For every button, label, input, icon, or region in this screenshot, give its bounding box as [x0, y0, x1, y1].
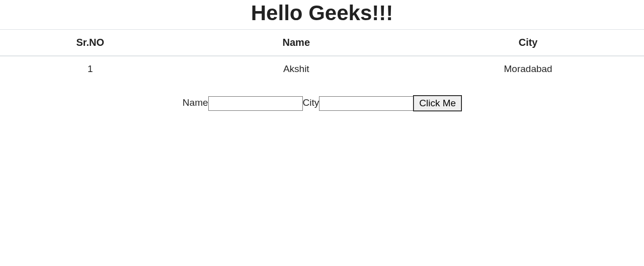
form-row: NameCityClick Me [0, 96, 644, 111]
name-field[interactable] [208, 96, 303, 111]
table-header-city: City [412, 30, 644, 56]
page-title: Hello Geeks!!! [0, 0, 644, 29]
cell-city: Moradabad [412, 56, 644, 82]
click-me-button[interactable]: Click Me [414, 96, 461, 111]
table-header-name: Name [180, 30, 412, 56]
city-label: City [303, 97, 319, 108]
city-field[interactable] [319, 96, 414, 111]
table-row: 1 Akshit Moradabad [0, 56, 644, 82]
cell-name: Akshit [180, 56, 412, 82]
data-table: Sr.NO Name City 1 Akshit Moradabad [0, 29, 644, 82]
table-header-srno: Sr.NO [0, 30, 180, 56]
cell-srno: 1 [0, 56, 180, 82]
name-label: Name [183, 97, 208, 108]
